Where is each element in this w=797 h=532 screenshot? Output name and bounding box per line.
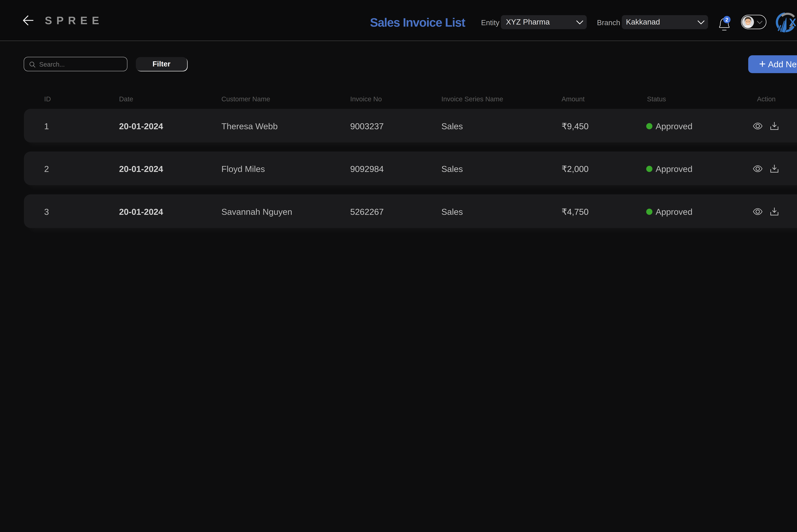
svg-text:XYZ: XYZ: [789, 16, 797, 28]
